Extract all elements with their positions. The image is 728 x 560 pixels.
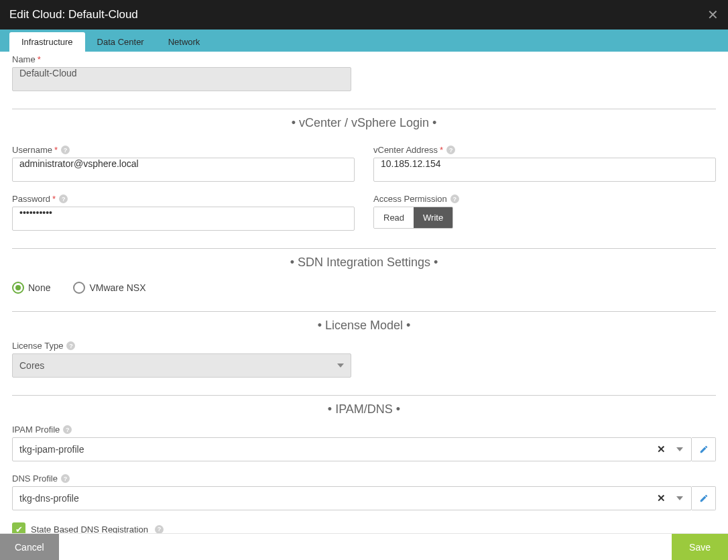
username-value: administrator@vsphere.local xyxy=(19,158,139,169)
help-icon[interactable]: ? xyxy=(155,525,164,534)
tab-network[interactable]: Network xyxy=(156,32,213,52)
required-asterisk: * xyxy=(52,194,56,204)
content-scroll[interactable]: Name* Default-Cloud • vCenter / vSphere … xyxy=(0,52,728,533)
tab-infrastructure[interactable]: Infrastructure xyxy=(9,32,85,52)
ipam-profile-select[interactable]: tkg-ipam-profile ✕ xyxy=(12,437,692,461)
access-permission-label: Access Permission ? xyxy=(373,194,716,204)
dns-profile-value: tkg-dns-profile xyxy=(19,493,79,504)
access-read-button[interactable]: Read xyxy=(374,207,414,228)
help-icon[interactable]: ? xyxy=(61,474,70,483)
section-sdn-title: • SDN Integration Settings • xyxy=(12,249,716,272)
chevron-down-icon xyxy=(337,363,344,368)
sdn-radio-group: None VMware NSX xyxy=(12,282,716,294)
dns-profile-label: DNS Profile ? xyxy=(12,473,716,484)
help-icon[interactable]: ? xyxy=(450,194,459,203)
name-label-text: Name xyxy=(12,54,36,64)
dialog-footer: Cancel Save xyxy=(0,533,728,560)
pencil-icon xyxy=(699,445,709,454)
access-write-button[interactable]: Write xyxy=(414,207,452,228)
section-sdn-text: SDN Integration Settings xyxy=(298,256,430,269)
section-login-title: • vCenter / vSphere Login • xyxy=(12,109,716,133)
chevron-down-icon xyxy=(676,496,683,500)
tab-bar: Infrastructure Data Center Network xyxy=(0,30,728,52)
dialog-header: Edit Cloud: Default-Cloud ✕ xyxy=(0,0,728,30)
sdn-nsx-label: VMware NSX xyxy=(89,282,145,293)
sdn-none-label: None xyxy=(28,282,50,293)
help-icon[interactable]: ? xyxy=(66,341,75,350)
vcenter-value: 10.185.12.154 xyxy=(381,158,441,169)
section-ipam-text: IPAM/DNS xyxy=(335,402,393,416)
cancel-button[interactable]: Cancel xyxy=(0,534,59,560)
pencil-icon xyxy=(699,494,709,503)
ipam-profile-label-text: IPAM Profile xyxy=(12,425,60,435)
section-license-title: • License Model • xyxy=(12,312,716,335)
username-label: Username* ? xyxy=(12,145,355,155)
help-icon[interactable]: ? xyxy=(446,146,455,154)
section-login-text: vCenter / vSphere Login xyxy=(299,116,429,129)
username-label-text: Username xyxy=(12,145,52,155)
dns-profile-select[interactable]: tkg-dns-profile ✕ xyxy=(12,486,692,510)
close-icon[interactable]: ✕ xyxy=(707,8,719,21)
dns-profile-label-text: DNS Profile xyxy=(12,473,58,484)
license-type-label-text: License Type xyxy=(12,341,63,351)
required-asterisk: * xyxy=(440,145,443,155)
help-icon[interactable]: ? xyxy=(61,146,70,154)
password-input[interactable]: •••••••••• xyxy=(12,207,355,231)
help-icon[interactable]: ? xyxy=(59,194,68,203)
radio-icon xyxy=(73,282,85,294)
license-type-label: License Type ? xyxy=(12,341,716,351)
license-type-value: Cores xyxy=(19,360,44,371)
access-label-text: Access Permission xyxy=(373,194,447,204)
radio-icon xyxy=(12,282,24,294)
username-input[interactable]: administrator@vsphere.local xyxy=(12,158,355,182)
help-icon[interactable]: ? xyxy=(63,425,72,434)
password-value: •••••••••• xyxy=(19,207,52,218)
clear-icon[interactable]: ✕ xyxy=(657,492,666,504)
tab-data-center[interactable]: Data Center xyxy=(85,32,156,52)
vcenter-address-input[interactable]: 10.185.12.154 xyxy=(373,158,716,182)
vcenter-label-text: vCenter Address xyxy=(373,145,438,155)
license-type-select[interactable]: Cores xyxy=(12,353,351,378)
dns-profile-edit-button[interactable] xyxy=(692,486,716,510)
name-label: Name* xyxy=(12,54,716,64)
save-button[interactable]: Save xyxy=(672,534,728,560)
password-label: Password* ? xyxy=(12,194,355,204)
password-label-text: Password xyxy=(12,194,50,204)
chevron-down-icon xyxy=(676,447,683,451)
section-ipam-title: • IPAM/DNS • xyxy=(12,396,716,419)
sdn-none-option[interactable]: None xyxy=(12,282,50,294)
ipam-profile-value: tkg-ipam-profile xyxy=(19,444,84,455)
name-value: Default-Cloud xyxy=(19,68,77,78)
name-input[interactable]: Default-Cloud xyxy=(12,67,351,91)
sdn-nsx-option[interactable]: VMware NSX xyxy=(73,282,145,294)
required-asterisk: * xyxy=(38,54,41,64)
clear-icon[interactable]: ✕ xyxy=(657,443,666,455)
ipam-profile-label: IPAM Profile ? xyxy=(12,425,716,435)
required-asterisk: * xyxy=(54,145,58,155)
ipam-profile-edit-button[interactable] xyxy=(692,437,716,461)
vcenter-address-label: vCenter Address* ? xyxy=(373,145,716,155)
access-permission-toggle: Read Write xyxy=(373,207,453,229)
state-dns-label: State Based DNS Registration xyxy=(31,524,148,534)
section-license-text: License Model xyxy=(325,319,403,332)
state-dns-checkbox[interactable]: ✔ xyxy=(12,522,25,533)
dialog-title: Edit Cloud: Default-Cloud xyxy=(9,8,138,21)
